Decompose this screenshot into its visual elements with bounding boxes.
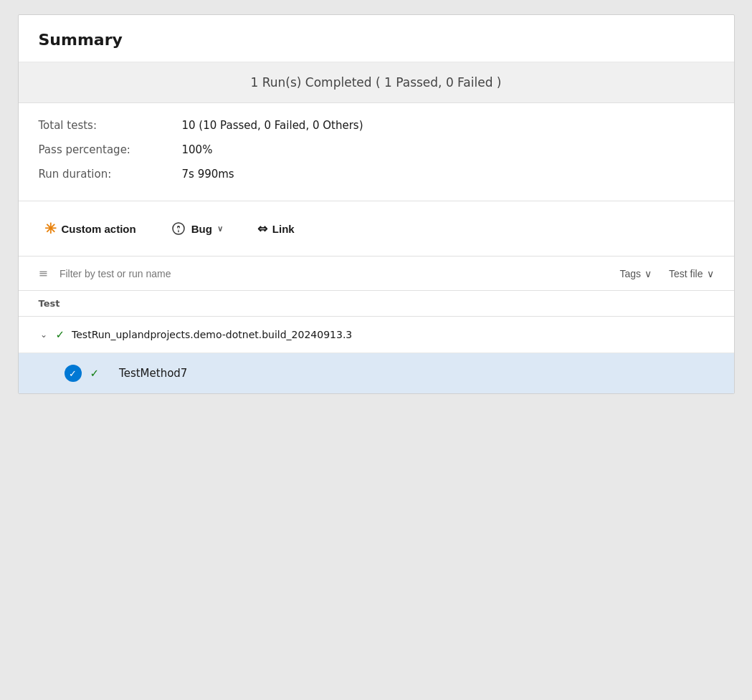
pass-percentage-value: 100% (182, 143, 213, 156)
tags-chevron-icon: ∨ (644, 268, 652, 279)
run-duration-value: 7s 990ms (182, 168, 234, 181)
stat-row-total-tests: Total tests: 10 (10 Passed, 0 Failed, 0 … (39, 119, 714, 132)
test-method-row[interactable]: ✓ ✓ TestMethod7 (19, 353, 734, 393)
filter-bar: ≡ Tags ∨ Test file ∨ (19, 256, 734, 291)
stat-row-run-duration: Run duration: 7s 990ms (39, 168, 714, 181)
asterisk-icon: ✳ (44, 220, 57, 237)
total-tests-value: 10 (10 Passed, 0 Failed, 0 Others) (182, 119, 363, 132)
tags-label: Tags (619, 268, 641, 279)
bug-button[interactable]: ! Bug ∨ (165, 218, 229, 239)
bug-label: Bug (191, 223, 212, 235)
check-circle-icon: ✓ (69, 368, 77, 379)
test-method-selected-icon: ✓ (65, 365, 82, 382)
runs-banner-text: 1 Run(s) Completed ( 1 Passed, 0 Failed … (251, 75, 502, 90)
custom-action-button[interactable]: ✳ Custom action (39, 217, 142, 240)
run-duration-label: Run duration: (39, 168, 182, 181)
svg-text:!: ! (177, 226, 180, 234)
total-tests-label: Total tests: (39, 119, 182, 132)
tags-filter-button[interactable]: Tags ∨ (619, 268, 652, 279)
link-label: Link (272, 223, 295, 235)
test-run-name: TestRun_uplandprojects.demo-dotnet.build… (72, 329, 352, 340)
actions-bar: ✳ Custom action ! Bug ∨ ⇔ Link (19, 201, 734, 256)
runs-banner: 1 Run(s) Completed ( 1 Passed, 0 Failed … (19, 62, 734, 103)
expand-row-button[interactable]: ⌄ (39, 328, 49, 341)
test-run-row: ⌄ ✓ TestRun_uplandprojects.demo-dotnet.b… (19, 317, 734, 353)
main-card: Summary 1 Run(s) Completed ( 1 Passed, 0… (18, 14, 735, 394)
bug-chevron-icon: ∨ (217, 224, 223, 234)
stats-section: Total tests: 10 (10 Passed, 0 Failed, 0 … (19, 103, 734, 201)
link-button[interactable]: ⇔ Link (252, 219, 300, 239)
stat-row-pass-percentage: Pass percentage: 100% (39, 143, 714, 156)
filter-input[interactable] (60, 268, 609, 279)
test-column-header: Test (39, 298, 60, 309)
test-run-pass-icon: ✓ (56, 328, 65, 341)
filter-tags: Tags ∨ Test file ∨ (619, 268, 713, 279)
test-method-name: TestMethod7 (119, 367, 187, 380)
test-file-filter-button[interactable]: Test file ∨ (669, 268, 713, 279)
bug-icon: ! (171, 221, 186, 236)
test-file-label: Test file (669, 268, 703, 279)
filter-icon: ≡ (39, 267, 48, 280)
custom-action-label: Custom action (62, 223, 136, 235)
link-icon: ⇔ (257, 221, 267, 236)
page-title: Summary (19, 15, 734, 62)
test-file-chevron-icon: ∨ (707, 268, 714, 279)
test-method-pass-icon: ✓ (90, 367, 100, 380)
pass-percentage-label: Pass percentage: (39, 143, 182, 156)
table-header: Test (19, 291, 734, 317)
